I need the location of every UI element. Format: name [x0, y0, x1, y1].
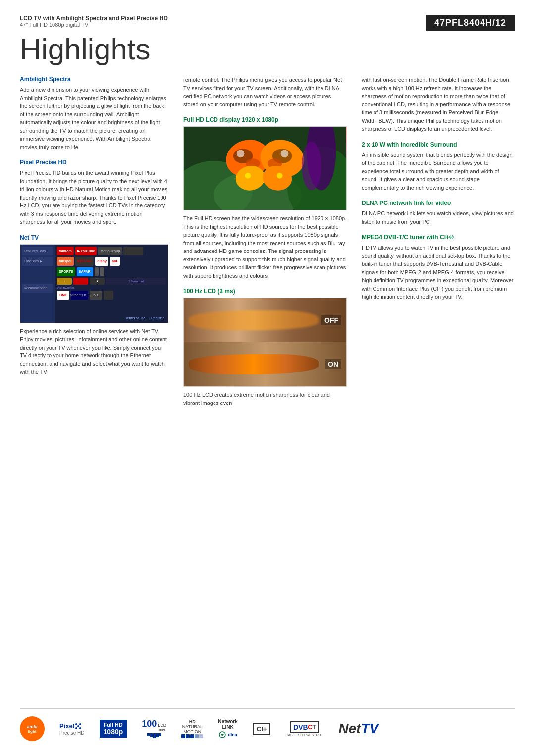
motion-cont-section: with fast on-screen motion. The Double F… [362, 76, 515, 133]
ambilight-heading: Ambilight Spectra [20, 76, 168, 83]
hz-bar-3 [153, 733, 156, 738]
hz-lcd-label: LCD [158, 723, 166, 728]
nettv-row-5: Visit favorites [57, 286, 166, 289]
mpeg4-text: HDTV allows you to watch TV in the best … [362, 244, 515, 301]
right-column: with fast on-screen motion. The Double F… [362, 76, 515, 415]
page: LCD TV with Ambilight Spectra and Pixel … [0, 0, 535, 756]
tv-text: TV [361, 721, 378, 736]
header: LCD TV with Ambilight Spectra and Pixel … [20, 15, 515, 31]
nettv-body-text: Experience a rich selection of online se… [20, 327, 168, 376]
dot-1 [181, 734, 185, 738]
dlna-heading: DLNA PC network link for video [362, 200, 515, 206]
logo-aol: aol. [110, 257, 120, 266]
dlna-text: DLNA PC network link lets you watch vide… [362, 209, 515, 226]
svg-point-22 [79, 727, 81, 729]
footer-nettv: NetTV [338, 721, 378, 737]
logo-rec3: 5-1 [90, 291, 102, 300]
surround-heading: 2 x 10 W with Incredible Surround [362, 141, 515, 148]
butterfly-svg [184, 127, 346, 210]
logo-netflix: NETU∧G [75, 257, 94, 266]
net-text: Net [338, 721, 361, 736]
dlna-icon [218, 731, 226, 739]
footer-ci-plus: CI+ [253, 723, 271, 735]
dlna-row: dlna [218, 731, 237, 739]
svg-point-15 [245, 173, 251, 179]
nettv-row-1: tomtom ▶ YouTube MetroGroup [57, 247, 166, 255]
svg-point-21 [75, 727, 77, 729]
footer-ambilight: ambi light [20, 716, 45, 741]
footer-fullhd: Full HD 1080p [100, 720, 127, 738]
logo-safari: SAFARI [77, 267, 94, 276]
svg-point-10 [281, 150, 289, 157]
fullhd-section: Full HD LCD display 1920 x 1080p [183, 116, 347, 280]
surround-section: 2 x 10 W with Incredible Surround An inv… [362, 141, 515, 192]
footer-hz: 100 LCD 3ms [142, 719, 166, 738]
terms-link[interactable]: Terms of use [125, 316, 145, 320]
mpeg4-heading: MPEG4 DVB-T/C tuner with CI+® [362, 234, 515, 241]
network-badge: Network LINK dlna [218, 719, 237, 739]
pixel-text: Pixel Precise HD builds on the award win… [20, 169, 168, 226]
motion-dots [181, 734, 203, 738]
logo-rec4 [104, 291, 113, 300]
svg-point-16 [277, 173, 283, 179]
lcd-image: OFF ON [183, 298, 347, 387]
hz100-section: 100 Hz LCD (3 ms) OFF ON 100 Hz LCD crea… [183, 288, 347, 407]
logo-rec2: anthems.b... [71, 291, 88, 300]
logo-dark [123, 247, 143, 255]
lcd-off-panel: OFF [184, 298, 346, 342]
lcd-off-label: OFF [321, 315, 341, 325]
fullhd-badge: Full HD 1080p [100, 720, 127, 738]
header-title: LCD TV with Ambilight Spectra and Pixel … [20, 15, 168, 22]
mpeg4-section: MPEG4 DVB-T/C tuner with CI+® HDTV allow… [362, 234, 515, 301]
pixel-sparkle-icon [74, 722, 82, 730]
motion-cont-text: with fast on-screen motion. The Double F… [362, 76, 515, 133]
nettv-row-2: funspot NETU∧G eBay aol. [57, 257, 166, 266]
hz-100-label: 100 [142, 719, 157, 728]
lcd-on-label: ON [325, 359, 341, 369]
hz-badge: 100 LCD 3ms [142, 719, 166, 738]
visit-favorites: Visit favorites [57, 286, 75, 289]
dot-4 [195, 734, 199, 738]
ambi-text: ambi [27, 724, 37, 729]
nettv-row-3: SPORTS SAFARI [57, 267, 166, 276]
logo-ebay: eBay [95, 257, 108, 266]
nettv-heading: Net TV [20, 234, 168, 241]
dvb-c: C [308, 724, 313, 731]
header-left: LCD TV with Ambilight Spectra and Pixel … [20, 15, 168, 28]
fullhd-display-image [183, 126, 347, 210]
nettv-section: Net TV Featured links Functions ▶ [20, 234, 168, 376]
header-subtitle: 47" Full HD 1080p digital TV [20, 22, 168, 28]
content-columns: Ambilight Spectra Add a new dimension to… [20, 76, 515, 415]
ci-plus-label: CI+ [257, 725, 267, 733]
motion-label: MOTION [183, 729, 201, 734]
svg-point-23 [77, 725, 79, 727]
logo-sports: SPORTS [57, 267, 75, 276]
hz-bars [147, 733, 161, 738]
ci-container: CI+ [253, 723, 271, 735]
footer-logos: ambi light Pixel Precise HD [20, 708, 515, 741]
middle-column: remote control. The Philips menu gives y… [183, 76, 347, 415]
pixel-precise-logo: Pixel Precise HD [59, 722, 85, 736]
fullhd-label: Full HD [104, 722, 123, 728]
logo-small-2 [73, 278, 88, 285]
hz-bar-1 [147, 733, 150, 736]
ambilight-section: Ambilight Spectra Add a new dimension to… [20, 76, 168, 151]
dlna-label: dlna [228, 732, 237, 737]
hz-bar-5 [159, 733, 161, 736]
hz100-caption: 100 Hz LCD creates extreme motion sharpn… [183, 391, 347, 407]
sidebar-recommended: Recommended [22, 284, 54, 293]
nettv-cont-text: remote control. The Philips menu gives y… [183, 76, 347, 108]
logo-generic2 [100, 267, 104, 276]
natural-label: NATURAL [182, 724, 203, 729]
logo-time: TIME [57, 291, 69, 300]
network-label: Network [218, 719, 237, 724]
ci-badge: CI+ [253, 723, 271, 735]
precise-hd-label: Precise HD [59, 730, 85, 736]
link-label: LINK [222, 724, 233, 730]
pixel-heading: Pixel Precise HD [20, 159, 168, 166]
nettv-bottom: Terms of use | Register [57, 315, 166, 321]
cable-terrestrial-label: CABLE / TERRESTRIAL [285, 733, 323, 737]
hz100-heading: 100 Hz LCD (3 ms) [183, 288, 347, 295]
register-link[interactable]: | Register [149, 316, 164, 320]
light-text: light [28, 729, 37, 734]
